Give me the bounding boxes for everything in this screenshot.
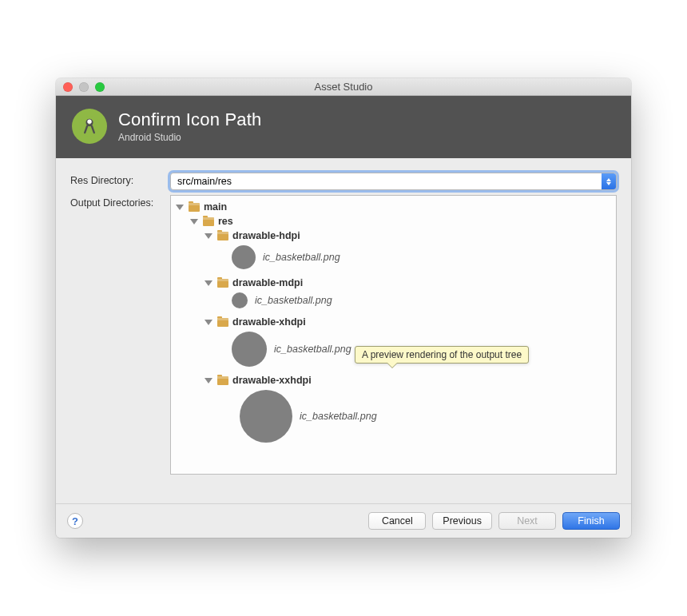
- traffic-lights: [56, 82, 105, 92]
- folder-label: main: [204, 200, 227, 214]
- select-stepper-icon[interactable]: [602, 173, 616, 189]
- file-name: ic_basketball.png: [263, 252, 340, 263]
- folder-label: drawable-xxhdpi: [232, 373, 312, 387]
- disclosure-triangle-icon[interactable]: [176, 205, 184, 210]
- tree-folder[interactable]: drawable-mdpi: [174, 276, 613, 290]
- tooltip-text: A preview rendering of the output tree: [362, 349, 522, 360]
- file-row[interactable]: ic_basketball.png: [174, 292, 613, 308]
- res-directory-select[interactable]: src/main/res: [170, 173, 617, 190]
- tree-folder[interactable]: main: [174, 200, 613, 214]
- dialog-footer: ? Cancel Previous Next Finish: [56, 503, 631, 538]
- folder-icon: [217, 279, 228, 288]
- folder-icon: [217, 318, 228, 327]
- folder-label: res: [218, 214, 233, 229]
- folder-icon: [217, 376, 228, 385]
- icon-preview: [232, 245, 256, 269]
- tree-folder[interactable]: res: [174, 214, 613, 229]
- output-directories-label: Output Directories:: [70, 195, 170, 209]
- help-button[interactable]: ?: [67, 513, 83, 529]
- tree-folder[interactable]: drawable-hdpi: [174, 229, 613, 243]
- dialog-header: Confirm Icon Path Android Studio: [56, 96, 631, 158]
- disclosure-triangle-icon[interactable]: [190, 219, 198, 225]
- output-tree[interactable]: mainresdrawable-hdpiic_basketball.pngdra…: [170, 195, 617, 475]
- tree-folder[interactable]: drawable-xxhdpi: [174, 373, 613, 387]
- next-button: Next: [498, 512, 556, 530]
- icon-preview: [232, 332, 267, 367]
- icon-preview: [232, 292, 248, 308]
- tree-folder[interactable]: drawable-xhdpi: [174, 315, 613, 329]
- file-name: ic_basketball.png: [300, 411, 377, 422]
- file-row[interactable]: ic_basketball.png: [174, 390, 613, 443]
- dialog-subtitle: Android Studio: [118, 132, 261, 143]
- svg-point-1: [87, 119, 91, 123]
- disclosure-triangle-icon[interactable]: [205, 233, 212, 239]
- icon-preview: [240, 390, 292, 443]
- file-name: ic_basketball.png: [274, 344, 351, 355]
- folder-icon: [217, 232, 228, 240]
- finish-button[interactable]: Finish: [562, 512, 620, 530]
- file-row[interactable]: ic_basketball.png: [174, 245, 613, 269]
- window-title: Asset Studio: [56, 81, 631, 93]
- dialog-content: Res Directory: src/main/res Output Direc…: [56, 158, 631, 503]
- file-name: ic_basketball.png: [255, 295, 332, 306]
- close-icon[interactable]: [63, 82, 73, 92]
- zoom-icon[interactable]: [95, 82, 105, 92]
- disclosure-triangle-icon[interactable]: [205, 280, 212, 286]
- folder-label: drawable-xhdpi: [232, 315, 306, 329]
- folder-label: drawable-hdpi: [232, 229, 300, 243]
- header-text: Confirm Icon Path Android Studio: [118, 109, 261, 143]
- disclosure-triangle-icon[interactable]: [205, 320, 212, 325]
- titlebar[interactable]: Asset Studio: [56, 78, 631, 96]
- dialog-title: Confirm Icon Path: [118, 109, 261, 130]
- res-directory-label: Res Directory:: [70, 173, 170, 186]
- folder-icon: [203, 217, 214, 226]
- android-studio-icon: [72, 109, 107, 144]
- folder-label: drawable-mdpi: [232, 276, 303, 290]
- minimize-icon: [79, 82, 89, 92]
- previous-button[interactable]: Previous: [432, 512, 492, 530]
- cancel-button[interactable]: Cancel: [368, 512, 426, 530]
- res-directory-value[interactable]: src/main/res: [170, 173, 617, 190]
- tooltip: A preview rendering of the output tree: [355, 346, 529, 364]
- folder-icon: [189, 203, 200, 212]
- disclosure-triangle-icon[interactable]: [205, 378, 212, 384]
- dialog-window: Asset Studio Confirm Icon Path Android S…: [56, 78, 631, 538]
